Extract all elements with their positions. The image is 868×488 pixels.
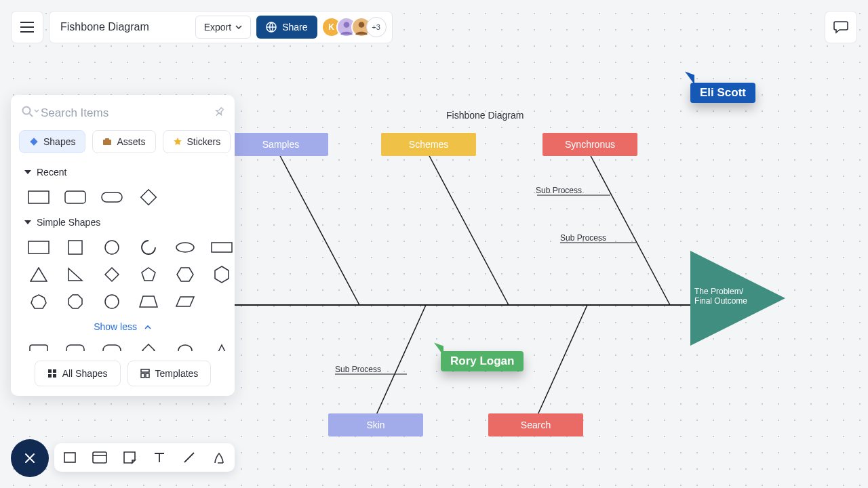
shape-nonagon[interactable] xyxy=(98,291,126,312)
tab-stickers[interactable]: Stickers xyxy=(163,130,231,153)
shape-pentagon[interactable] xyxy=(134,264,163,285)
export-label: Export xyxy=(204,22,231,33)
menu-button[interactable] xyxy=(11,11,43,43)
recent-shapes-grid xyxy=(11,182,235,210)
tool-sticky-note[interactable] xyxy=(121,449,138,466)
svg-point-1 xyxy=(343,22,349,28)
chevron-down-icon xyxy=(24,220,31,224)
search-icon xyxy=(22,106,34,121)
svg-rect-22 xyxy=(53,369,56,373)
svg-rect-10 xyxy=(141,190,157,205)
tab-assets[interactable]: Assets xyxy=(92,130,155,153)
shape-rounded-rectangle[interactable] xyxy=(61,187,90,207)
svg-rect-4 xyxy=(30,138,37,145)
shape-more-6[interactable] xyxy=(208,340,235,351)
shape-arc[interactable] xyxy=(134,237,163,258)
box-search[interactable]: Search xyxy=(488,413,583,436)
svg-point-2 xyxy=(358,22,364,28)
diagram-title: Fishbone Diagram xyxy=(446,110,524,121)
shape-triangle[interactable] xyxy=(24,264,53,285)
svg-point-20 xyxy=(178,345,192,351)
grid-icon xyxy=(47,369,57,378)
shape-more-4[interactable] xyxy=(134,340,163,351)
templates-button[interactable]: Templates xyxy=(127,361,212,386)
avatar-overflow[interactable]: +3 xyxy=(366,17,387,37)
shape-empty xyxy=(208,291,236,312)
svg-rect-18 xyxy=(66,345,84,351)
shape-hexagon-vert[interactable] xyxy=(208,264,236,285)
svg-rect-28 xyxy=(64,453,75,462)
tool-line[interactable] xyxy=(180,449,198,466)
shape-rectangle[interactable] xyxy=(24,237,53,258)
collaborator-avatars[interactable]: K +3 xyxy=(327,17,387,37)
shape-hexagon[interactable] xyxy=(171,264,199,285)
tool-pen[interactable] xyxy=(210,449,228,466)
chevron-down-icon xyxy=(24,170,31,174)
svg-rect-8 xyxy=(65,191,85,203)
tab-shapes-label: Shapes xyxy=(43,136,75,147)
section-simple[interactable]: Simple Shapes xyxy=(11,210,235,232)
shape-right-triangle[interactable] xyxy=(61,264,90,285)
outcome-line-2: Final Outcome xyxy=(694,296,762,306)
search-input[interactable] xyxy=(41,106,213,120)
export-button[interactable]: Export xyxy=(195,16,251,39)
box-schemes[interactable]: Schemes xyxy=(381,133,476,156)
svg-rect-21 xyxy=(48,369,52,373)
shape-more-3[interactable] xyxy=(98,340,126,351)
tool-card[interactable] xyxy=(91,449,108,466)
panel-tabs: Shapes Assets Stickers xyxy=(11,126,235,160)
share-button[interactable]: Share xyxy=(256,16,317,39)
svg-rect-27 xyxy=(146,373,149,378)
tool-rectangle[interactable] xyxy=(61,449,79,466)
shape-pill[interactable] xyxy=(98,187,126,207)
shape-heptagon[interactable] xyxy=(24,291,53,312)
shape-more-1[interactable] xyxy=(24,340,53,351)
svg-line-34 xyxy=(376,305,426,416)
shape-wide-rect[interactable] xyxy=(208,237,236,258)
title-card: Fishbone Diagram Export Share K +3 xyxy=(49,11,393,43)
panel-search-row xyxy=(11,95,235,126)
shape-diamond[interactable] xyxy=(98,264,126,285)
shape-more-2[interactable] xyxy=(61,340,90,351)
comments-button[interactable] xyxy=(825,11,857,43)
subprocess-label-1[interactable]: Sub Process xyxy=(536,186,582,195)
panel-actions: All Shapes Templates xyxy=(11,351,235,388)
subprocess-label-3[interactable]: Sub Process xyxy=(335,365,381,374)
all-shapes-button[interactable]: All Shapes xyxy=(35,361,121,386)
close-panel-button[interactable] xyxy=(11,439,49,477)
box-synchronus[interactable]: Synchronus xyxy=(542,133,637,156)
chevron-up-icon xyxy=(144,325,152,330)
svg-rect-15 xyxy=(212,243,232,252)
globe-icon xyxy=(266,22,277,33)
shape-ellipse[interactable] xyxy=(171,237,199,258)
tab-assets-label: Assets xyxy=(117,136,145,147)
svg-rect-19 xyxy=(103,345,121,351)
svg-rect-26 xyxy=(141,373,144,378)
svg-point-3 xyxy=(23,107,31,115)
shape-circle[interactable] xyxy=(98,237,126,258)
box-samples[interactable]: Samples xyxy=(233,133,328,156)
templates-label: Templates xyxy=(155,368,199,379)
document-title[interactable]: Fishbone Diagram xyxy=(60,21,149,33)
subprocess-label-2[interactable]: Sub Process xyxy=(560,233,606,243)
shape-parallelogram[interactable] xyxy=(171,291,199,312)
shape-more-5[interactable] xyxy=(171,340,199,351)
svg-rect-23 xyxy=(48,374,52,378)
share-label: Share xyxy=(282,22,307,33)
shape-octagon[interactable] xyxy=(61,291,90,312)
tool-text[interactable] xyxy=(151,449,168,466)
close-icon xyxy=(23,451,37,465)
shape-trapezoid[interactable] xyxy=(134,291,163,312)
shape-diamond[interactable] xyxy=(134,187,163,207)
tab-shapes[interactable]: Shapes xyxy=(19,130,85,153)
outcome-line-1: The Problem/ xyxy=(694,287,762,296)
cursor-tag-eli: Eli Scott xyxy=(690,83,755,103)
shape-rectangle[interactable] xyxy=(24,187,53,207)
box-skin[interactable]: Skin xyxy=(328,413,423,436)
shape-square[interactable] xyxy=(61,237,90,258)
star-icon xyxy=(173,137,182,146)
shapes-panel: Shapes Assets Stickers Recent Simple Sha… xyxy=(11,95,235,396)
section-recent[interactable]: Recent xyxy=(11,160,235,182)
show-less-button[interactable]: Show less xyxy=(11,314,235,336)
diamond-icon xyxy=(29,137,39,146)
